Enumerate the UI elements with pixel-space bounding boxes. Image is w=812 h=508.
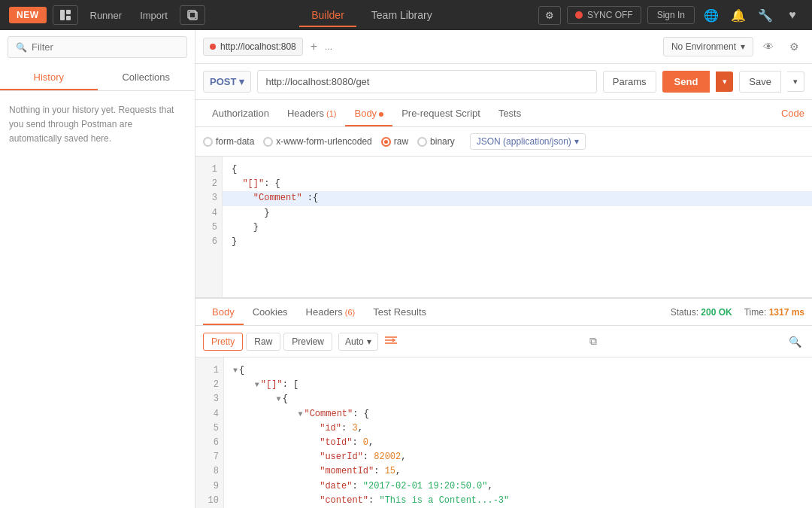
top-navigation: NEW Runner Import Builder Team Library ⚙…	[0, 0, 812, 30]
request-body-editor[interactable]: 1 2 3 4 5 6 { "[]": { "Comment" :{ } } }	[195, 157, 812, 297]
request-code-content[interactable]: { "[]": { "Comment" :{ } } }	[223, 157, 812, 297]
res-tab-test-results[interactable]: Test Results	[364, 299, 435, 325]
add-tab-button[interactable]: +	[308, 40, 320, 53]
res-line-2: ▼"[]": [	[233, 378, 803, 392]
response-code-content: ▼{ ▼"[]": [ ▼{ ▼"Comment": { "id": 3, "t…	[224, 357, 812, 508]
globe-icon-button[interactable]: 🌐	[701, 5, 722, 26]
collections-tab[interactable]: Collections	[98, 64, 195, 90]
new-window-icon	[186, 9, 198, 21]
wrap-lines-icon	[384, 335, 398, 345]
tab-tests[interactable]: Tests	[489, 100, 530, 126]
res-tab-body[interactable]: Body	[203, 299, 244, 325]
main-layout: 🔍 History Collections Nothing in your hi…	[0, 30, 812, 508]
form-data-option[interactable]: form-data	[203, 136, 254, 147]
svg-rect-1	[66, 10, 71, 14]
env-settings-button[interactable]: ⚙	[783, 36, 804, 57]
sign-in-button[interactable]: Sign In	[647, 6, 695, 24]
more-tabs-button[interactable]: ...	[325, 41, 332, 52]
request-bar: POST ▾ Params Send ▾ Save ▾	[195, 64, 812, 100]
response-code[interactable]: 1 2 3 4 5 6 7 8 9 10 11 12 13 14 15 16 1	[195, 357, 812, 508]
settings-icon-button[interactable]: ⚙	[538, 6, 561, 25]
params-button[interactable]: Params	[603, 71, 656, 93]
method-label: POST	[210, 76, 236, 87]
sync-button[interactable]: SYNC OFF	[567, 6, 641, 24]
binary-radio[interactable]	[417, 137, 427, 147]
filter-box[interactable]: 🔍	[8, 36, 187, 58]
save-button[interactable]: Save	[739, 71, 781, 93]
res-line-numbers: 1 2 3 4 5 6 7 8 9 10 11 12 13 14 15 16 1	[195, 357, 224, 508]
req-line-1: {	[232, 163, 803, 177]
send-dropdown-button[interactable]: ▾	[716, 71, 733, 92]
tab-headers[interactable]: Headers(1)	[278, 100, 346, 126]
tab-builder[interactable]: Builder	[299, 3, 356, 27]
history-tab[interactable]: History	[0, 64, 98, 90]
environment-selector[interactable]: No Environment ▾	[663, 37, 753, 56]
tab-active-dot	[210, 44, 216, 50]
url-bar: http://localhost:808 + ... No Environmen…	[195, 30, 812, 64]
url-tab[interactable]: http://localhost:808	[203, 38, 303, 56]
layout-icon	[59, 9, 71, 21]
sidebar-tabs: History Collections	[0, 64, 195, 91]
tab-body[interactable]: Body	[345, 100, 392, 126]
req-line-2: "[]": {	[232, 177, 803, 191]
res-line-4: ▼"Comment": {	[233, 407, 803, 421]
request-tabs: Authorization Headers(1) Body Pre-reques…	[195, 100, 812, 127]
raw-option[interactable]: raw	[381, 136, 408, 147]
tab-pre-request[interactable]: Pre-request Script	[392, 100, 489, 126]
method-selector[interactable]: POST ▾	[203, 71, 251, 93]
save-dropdown-button[interactable]: ▾	[787, 71, 804, 92]
res-tab-headers[interactable]: Headers(6)	[297, 299, 365, 325]
pretty-button[interactable]: Pretty	[203, 333, 243, 351]
res-line-3: ▼{	[233, 392, 803, 406]
bell-icon-button[interactable]: 🔔	[728, 5, 749, 26]
response-body-toolbar: Pretty Raw Preview Auto ▾ ⧉ 🔍	[195, 326, 812, 357]
wrap-icon-button[interactable]	[381, 330, 401, 352]
res-line-7: "userId": 82002,	[233, 450, 803, 464]
copy-icon-button[interactable]: ⧉	[586, 332, 600, 351]
body-options: form-data x-www-form-urlencoded raw bina…	[195, 127, 812, 157]
req-line-3: "Comment" :{	[223, 191, 812, 205]
raw-button[interactable]: Raw	[246, 333, 280, 351]
new-tab-button[interactable]	[180, 5, 205, 25]
res-line-6: "toId": 0,	[233, 436, 803, 450]
heart-icon-button[interactable]: ♥	[782, 5, 803, 26]
eye-icon-button[interactable]: 👁	[758, 36, 779, 57]
res-line-9: "date": "2017-02-01 19:20:50.0",	[233, 479, 803, 494]
res-tab-cookies[interactable]: Cookies	[244, 299, 297, 325]
send-button[interactable]: Send	[662, 71, 710, 93]
search-icon: 🔍	[16, 42, 27, 53]
req-line-4: }	[232, 206, 803, 221]
raw-radio[interactable]	[381, 137, 391, 147]
runner-button[interactable]: Runner	[84, 7, 129, 24]
res-line-1: ▼{	[233, 364, 803, 378]
new-button[interactable]: NEW	[9, 7, 47, 23]
auto-type-selector[interactable]: Auto ▾	[338, 333, 378, 351]
response-section: Body Cookies Headers(6) Test Results Sta…	[195, 297, 812, 508]
url-encoded-option[interactable]: x-www-form-urlencoded	[263, 136, 371, 147]
json-type-selector[interactable]: JSON (application/json) ▾	[470, 133, 586, 150]
code-link-button[interactable]: Code	[781, 108, 804, 119]
search-icon-button[interactable]: 🔍	[786, 333, 804, 351]
res-line-8: "momentId": 15,	[233, 464, 803, 479]
method-dropdown-arrow: ▾	[239, 76, 244, 87]
tab-team-library[interactable]: Team Library	[359, 3, 444, 27]
import-button[interactable]: Import	[134, 7, 174, 24]
url-encoded-radio[interactable]	[263, 137, 273, 147]
wrench-icon-button[interactable]: 🔧	[755, 5, 776, 26]
sidebar: 🔍 History Collections Nothing in your hi…	[0, 30, 195, 508]
res-line-10: "content": "This is a Content...-3"	[233, 494, 803, 508]
filter-input[interactable]	[32, 41, 179, 53]
form-data-radio[interactable]	[203, 137, 213, 147]
req-line-5: }	[232, 221, 803, 235]
res-line-5: "id": 3,	[233, 421, 803, 436]
preview-button[interactable]: Preview	[283, 333, 332, 351]
req-line-6: }	[232, 235, 803, 249]
tab-url-text: http://localhost:808	[220, 41, 296, 52]
response-status: Status: 200 OK Time: 1317 ms	[671, 307, 804, 318]
tab-authorization[interactable]: Authorization	[203, 100, 278, 126]
env-dropdown-arrow: ▾	[741, 41, 745, 52]
content-area: http://localhost:808 + ... No Environmen…	[195, 30, 812, 508]
binary-option[interactable]: binary	[417, 136, 455, 147]
url-input[interactable]	[257, 70, 596, 93]
layout-icon-button[interactable]	[53, 5, 78, 25]
